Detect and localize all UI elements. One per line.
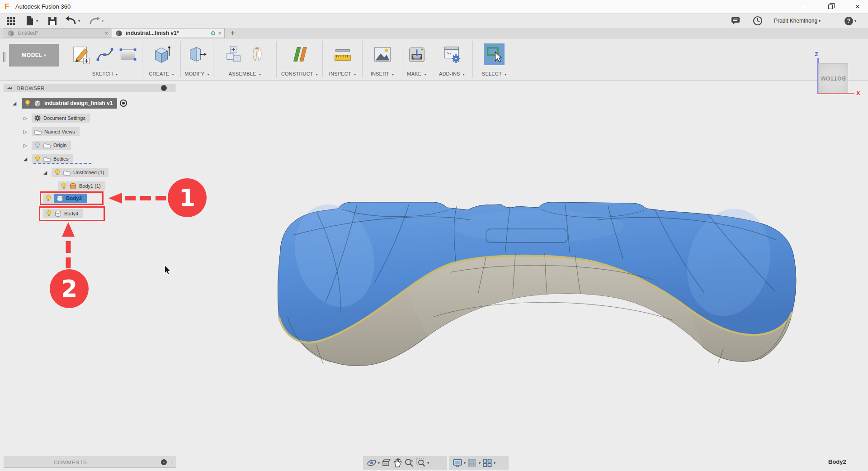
body-icon bbox=[57, 195, 63, 202]
surface-body-icon bbox=[70, 183, 76, 190]
bulb-on-icon[interactable] bbox=[45, 195, 52, 202]
bulb-on-icon[interactable] bbox=[24, 100, 31, 107]
collapse-panel-icon[interactable]: ◀◀ bbox=[7, 86, 11, 90]
fusion360-window: F Autodesk Fusion 360 × ▾ bbox=[0, 0, 868, 471]
body-icon bbox=[55, 210, 61, 217]
folder-icon bbox=[63, 170, 71, 176]
comments-panel-title: COMMENTS bbox=[54, 460, 161, 465]
unstitched-label: Unstitched (1) bbox=[73, 170, 104, 175]
browser-drag-handle[interactable] bbox=[171, 86, 173, 90]
svg-text:±: ± bbox=[411, 458, 413, 462]
comments-panel[interactable]: COMMENTS + bbox=[4, 457, 176, 468]
bodies-label: Bodies bbox=[53, 156, 69, 162]
pan-button[interactable] bbox=[393, 458, 402, 468]
expander-expanded-icon[interactable]: ◢ bbox=[42, 170, 49, 176]
orbit-button[interactable]: ▾ bbox=[367, 458, 380, 468]
display-settings-button[interactable]: ▾ bbox=[453, 458, 466, 468]
gear-icon bbox=[34, 115, 41, 121]
navigation-toolbar: ▾ ± ▾ bbox=[363, 456, 447, 470]
drag-drop-indicator bbox=[33, 163, 91, 164]
tree-row-body1[interactable]: Body1 (1) bbox=[58, 181, 105, 191]
browser-panel-title: BROWSER bbox=[17, 86, 161, 91]
grid-caret-icon: ▾ bbox=[479, 461, 481, 465]
body4-label: Body4 bbox=[64, 211, 78, 216]
bulb-on-icon[interactable] bbox=[61, 182, 67, 190]
viewcube-x-axis-line bbox=[817, 93, 854, 94]
look-at-icon bbox=[382, 458, 392, 468]
body1-label: Body1 (1) bbox=[79, 183, 101, 189]
display-caret-icon: ▾ bbox=[464, 461, 466, 465]
body2-label: Body2 bbox=[66, 195, 82, 201]
browser-minimize-icon[interactable]: − bbox=[161, 85, 167, 91]
look-at-button[interactable] bbox=[382, 458, 392, 468]
viewports-icon bbox=[482, 458, 492, 468]
viewports-button[interactable]: ▾ bbox=[482, 458, 495, 468]
named-views-label: Named Views bbox=[44, 129, 75, 134]
comments-expand-icon[interactable]: + bbox=[161, 459, 167, 465]
viewcube-z-axis-label: Z bbox=[815, 51, 818, 57]
tree-row-bodies[interactable]: ◢ Bodies bbox=[22, 154, 73, 164]
orbit-caret-icon: ▾ bbox=[378, 461, 380, 465]
mouse-cursor bbox=[164, 265, 172, 276]
viewcube-face-bottom[interactable]: BOTTOM bbox=[818, 63, 848, 93]
viewcube[interactable]: Z BOTTOM X bbox=[813, 51, 863, 99]
pan-hand-icon bbox=[393, 458, 402, 468]
activate-component-radio[interactable] bbox=[120, 100, 127, 107]
bulb-on-icon[interactable] bbox=[34, 155, 41, 162]
tree-row-body4[interactable]: Body4 bbox=[43, 209, 83, 218]
expander-collapsed-icon[interactable]: ▷ bbox=[22, 115, 29, 121]
tree-row-root[interactable]: ◢ industrial design_finish v1 bbox=[11, 97, 127, 109]
expander-expanded-icon[interactable]: ◢ bbox=[22, 156, 29, 162]
tree-row-named-views[interactable]: ▷ Named Views bbox=[22, 127, 80, 137]
zoom-button[interactable]: ± bbox=[404, 458, 414, 468]
model-body2-controller[interactable] bbox=[0, 0, 868, 471]
display-monitor-icon bbox=[453, 458, 462, 468]
fit-caret-icon: ▾ bbox=[427, 461, 429, 465]
grid-snap-button[interactable]: ▾ bbox=[467, 458, 481, 468]
component-cube-icon bbox=[33, 99, 42, 107]
bulb-on-icon[interactable] bbox=[54, 169, 61, 176]
annotation-step-1: 1 bbox=[168, 178, 207, 217]
folder-icon bbox=[43, 143, 51, 148]
tree-row-unstitched[interactable]: ◢ Unstitched (1) bbox=[42, 167, 108, 177]
origin-label: Origin bbox=[53, 143, 66, 148]
annotation-arrow-1 bbox=[108, 192, 170, 205]
viewports-caret-icon: ▾ bbox=[494, 461, 495, 465]
expander-collapsed-icon[interactable]: ▷ bbox=[22, 143, 29, 148]
document-settings-label: Document Settings bbox=[43, 115, 85, 121]
tree-row-document-settings[interactable]: ▷ Document Settings bbox=[22, 113, 90, 123]
viewcube-x-axis-label: X bbox=[856, 90, 860, 96]
display-settings-toolbar: ▾ ▾ ▾ bbox=[449, 456, 509, 470]
grid-layout-icon bbox=[467, 458, 477, 468]
folder-icon bbox=[43, 156, 51, 162]
expander-expanded-icon[interactable]: ◢ bbox=[11, 100, 18, 106]
zoom-icon: ± bbox=[404, 458, 414, 468]
tree-row-body2[interactable]: Body2 bbox=[43, 194, 87, 203]
comments-drag-handle[interactable] bbox=[171, 460, 173, 465]
fit-button[interactable]: ▾ bbox=[416, 458, 429, 468]
fit-zoom-icon bbox=[416, 458, 426, 468]
selection-status: Body2 bbox=[828, 458, 846, 465]
orbit-icon bbox=[367, 458, 377, 468]
bulb-on-icon[interactable] bbox=[46, 210, 52, 217]
bulb-off-icon[interactable] bbox=[34, 142, 41, 149]
annotation-arrow-2 bbox=[61, 222, 76, 271]
annotation-step-2: 2 bbox=[50, 269, 89, 308]
root-document-label: industrial design_finish v1 bbox=[44, 100, 113, 106]
expander-collapsed-icon[interactable]: ▷ bbox=[22, 129, 29, 135]
folder-icon bbox=[34, 129, 42, 135]
browser-panel-header[interactable]: ◀◀ BROWSER − bbox=[4, 84, 176, 92]
tree-row-origin[interactable]: ▷ Origin bbox=[22, 140, 71, 150]
